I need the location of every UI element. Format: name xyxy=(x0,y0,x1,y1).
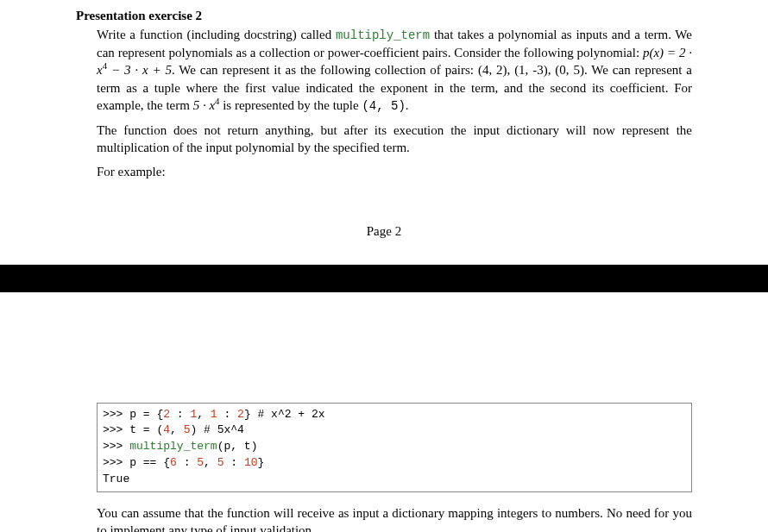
term-lhs: 5 · x xyxy=(193,98,215,112)
text: . xyxy=(406,98,409,112)
paragraph-1: Write a function (including docstring) c… xyxy=(97,26,692,115)
text: is represented by the tuple xyxy=(219,98,362,112)
term-tuple: (4, 5) xyxy=(362,99,405,113)
paragraph-2: The function does not return anything, b… xyxy=(97,122,692,157)
document-page: Presentation exercise 2 Write a function… xyxy=(0,0,768,532)
code-line-4: >>> p == {6 : 5, 5 : 10} xyxy=(103,456,264,469)
page-gap-white xyxy=(0,292,768,403)
text: Write a function (including docstring) c… xyxy=(97,28,336,41)
code-line-1: >>> p = {2 : 1, 1 : 2} # x^2 + 2x xyxy=(103,408,325,421)
paragraph-3: For example: xyxy=(97,163,692,180)
code-line-3: >>> multiply_term(p, t) xyxy=(103,440,257,453)
exercise-block: Presentation exercise 2 Write a function… xyxy=(0,0,768,181)
code-example: >>> p = {2 : 1, 1 : 2} # x^2 + 2x >>> t … xyxy=(97,403,692,492)
exercise-heading: Presentation exercise 2 xyxy=(76,7,692,26)
page-number: Page 2 xyxy=(0,224,768,239)
page-gap-bar xyxy=(0,265,768,292)
code-line-2: >>> t = (4, 5) # 5x^4 xyxy=(103,423,244,436)
function-name: multiply_term xyxy=(336,28,430,42)
code-line-5: True xyxy=(103,473,129,485)
polynomial-mid: − 3 · x + 5 xyxy=(107,63,172,77)
paragraph-4: You can assume that the function will re… xyxy=(97,504,692,532)
